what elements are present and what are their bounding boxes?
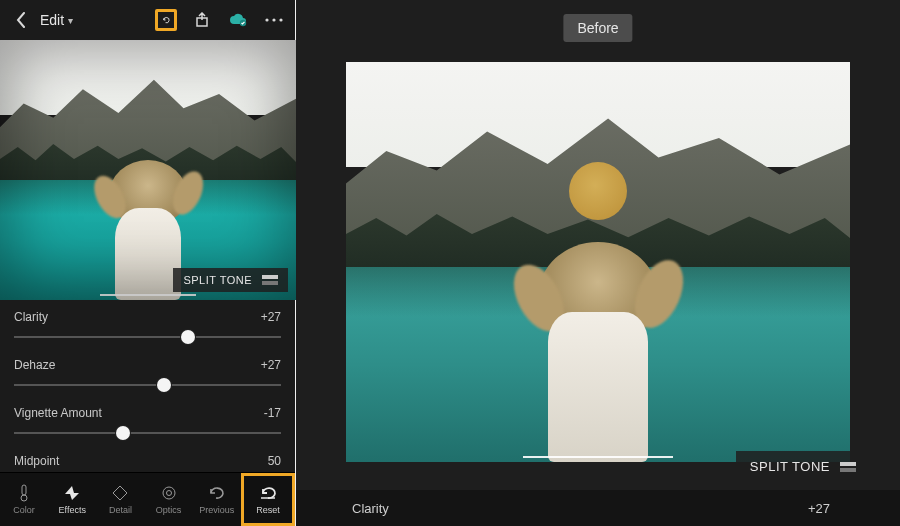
tab-label: Effects — [59, 505, 86, 515]
screen-title-text: Edit — [40, 12, 64, 28]
touch-indicator-icon — [569, 162, 627, 220]
previous-icon — [208, 484, 226, 502]
back-icon[interactable] — [10, 9, 32, 31]
slider-midpoint[interactable]: Midpoint 50 — [14, 454, 281, 468]
svg-point-7 — [163, 487, 175, 499]
before-photo[interactable] — [346, 62, 850, 462]
split-tone-label: SPLIT TONE — [183, 274, 252, 286]
split-tone-icon — [840, 462, 856, 472]
svg-point-2 — [265, 18, 268, 21]
tab-label: Reset — [256, 505, 280, 515]
right-clarity-value: +27 — [808, 501, 830, 516]
reset-icon — [259, 484, 277, 502]
tab-detail[interactable]: Detail — [96, 473, 144, 526]
tab-reset[interactable]: Reset — [241, 473, 295, 526]
screen-title[interactable]: Edit ▾ — [40, 12, 73, 28]
effects-sliders: Clarity +27 Dehaze +27 Vignette Amount -… — [0, 300, 295, 476]
right-clarity-label: Clarity — [352, 501, 389, 516]
svg-point-3 — [272, 18, 275, 21]
svg-point-6 — [21, 495, 27, 501]
undo-button[interactable] — [155, 9, 177, 31]
slider-value: -17 — [264, 406, 281, 420]
split-tone-chip-right[interactable]: SPLIT TONE — [736, 451, 870, 482]
slider-value: +27 — [261, 358, 281, 372]
more-icon[interactable] — [263, 9, 285, 31]
thermometer-icon — [15, 484, 33, 502]
tab-color[interactable]: Color — [0, 473, 48, 526]
split-tone-icon — [262, 275, 278, 285]
detail-icon — [111, 484, 129, 502]
cloud-sync-icon[interactable] — [227, 9, 249, 31]
effects-icon — [63, 484, 81, 502]
slider-vignette-amount[interactable]: Vignette Amount -17 — [14, 406, 281, 440]
tab-previous[interactable]: Previous — [193, 473, 241, 526]
slider-label: Clarity — [14, 310, 48, 324]
right-slider-strip: Clarity +27 — [296, 490, 900, 526]
slider-label: Dehaze — [14, 358, 55, 372]
tab-label: Color — [13, 505, 35, 515]
slider-label: Midpoint — [14, 454, 59, 468]
share-icon[interactable] — [191, 9, 213, 31]
before-badge: Before — [563, 14, 632, 42]
split-tone-label: SPLIT TONE — [750, 459, 830, 474]
slider-clarity[interactable]: Clarity +27 — [14, 310, 281, 344]
phone-left-panel: Edit ▾ — [0, 0, 296, 526]
top-bar: Edit ▾ — [0, 0, 295, 40]
svg-rect-5 — [22, 485, 26, 495]
svg-point-4 — [279, 18, 282, 21]
tab-optics[interactable]: Optics — [145, 473, 193, 526]
tab-effects[interactable]: Effects — [48, 473, 96, 526]
split-tone-chip[interactable]: SPLIT TONE — [173, 268, 288, 292]
svg-point-8 — [166, 491, 171, 496]
tab-label: Detail — [109, 505, 132, 515]
bottom-tab-bar: Color Effects Detail Optics Previous — [0, 472, 295, 526]
before-label: Before — [577, 20, 618, 36]
slider-dehaze[interactable]: Dehaze +27 — [14, 358, 281, 392]
chevron-down-icon: ▾ — [68, 15, 73, 26]
edited-photo[interactable]: SPLIT TONE — [0, 40, 296, 300]
slider-value: 50 — [268, 454, 281, 468]
optics-icon — [160, 484, 178, 502]
slider-value: +27 — [261, 310, 281, 324]
tab-label: Optics — [156, 505, 182, 515]
tab-label: Previous — [199, 505, 234, 515]
before-preview-panel: Before SPLIT TONE Clarity +27 — [296, 0, 900, 526]
slider-label: Vignette Amount — [14, 406, 102, 420]
